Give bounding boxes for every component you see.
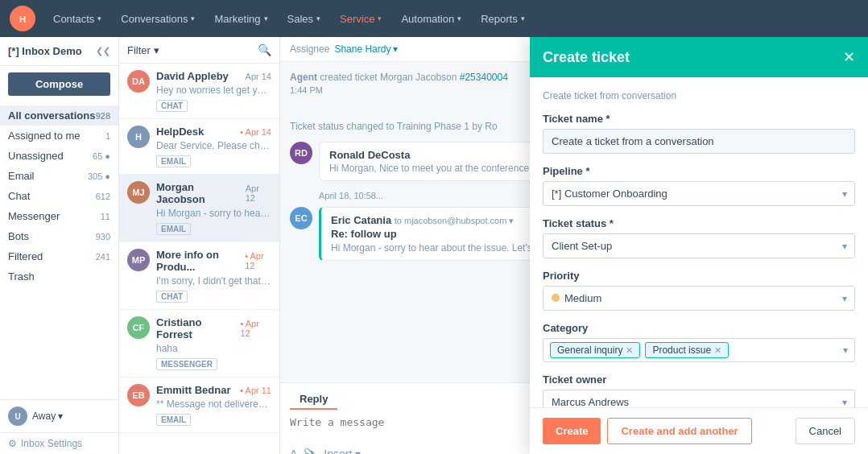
list-item[interactable]: MP More info on Produ... • Apr 12 I'm so… [119, 242, 279, 310]
nav-automation-caret: ▾ [457, 14, 461, 23]
sidebar-item-count: 1 [105, 131, 110, 141]
ticket-name-input[interactable] [543, 129, 855, 154]
sidebar-item-filtered[interactable]: Filtered 241 [0, 246, 118, 266]
cancel-button[interactable]: Cancel [796, 418, 855, 444]
filter-caret-icon: ▾ [154, 44, 159, 56]
nav-reports-caret: ▾ [521, 14, 525, 23]
category-tag: Product issue ✕ [645, 342, 729, 358]
sidebar-item-count: 928 [96, 111, 110, 121]
avatar: H [127, 126, 150, 148]
conversation-list: Filter ▾ 🔍 DA David Appleby Apr 14 Hey n… [119, 37, 280, 454]
category-tag: General inquiry ✕ [550, 342, 640, 358]
close-button[interactable]: ✕ [843, 48, 855, 66]
sidebar-item-count: 930 [96, 232, 110, 241]
sidebar-item-unassigned[interactable]: Unassigned 65 ● [0, 146, 118, 166]
inbox-settings[interactable]: ⚙ Inbox Settings [0, 432, 118, 454]
sidebar-item-label: All conversations [8, 109, 95, 122]
conv-name: Cristiano Forrest [156, 316, 240, 340]
away-status[interactable]: Away ▾ [32, 411, 63, 422]
pipeline-label: Pipeline * [543, 165, 855, 177]
sidebar-item-count: 65 ● [93, 151, 110, 161]
sidebar-item-count: 305 ● [88, 171, 110, 181]
category-label: Category [543, 322, 855, 334]
conv-name: HelpDesk [156, 126, 204, 138]
sidebar-item-trash[interactable]: Trash [0, 266, 118, 287]
nav-conversations[interactable]: Conversations ▾ [113, 10, 203, 28]
sidebar-item-label: Trash [8, 270, 35, 283]
nav-sales-caret: ▾ [316, 14, 320, 23]
conv-name: More info on Produ... [156, 249, 245, 273]
nav-marketing-caret: ▾ [264, 14, 268, 23]
sidebar-item-all-conversations[interactable]: All conversations 928 [0, 105, 118, 126]
conversation-items: DA David Appleby Apr 14 Hey no worries l… [119, 64, 279, 454]
list-item[interactable]: H HelpDesk • Apr 14 Dear Service, Please… [119, 119, 279, 175]
search-button[interactable]: 🔍 [258, 43, 271, 56]
logo[interactable]: H [10, 6, 35, 31]
category-select[interactable]: General inquiry ✕ Product issue ✕ ▾ [543, 338, 855, 362]
nav-reports[interactable]: Reports ▾ [473, 10, 533, 28]
avatar: DA [127, 70, 150, 93]
conv-preview: ** Message not delivered ** Y... [156, 398, 271, 410]
owner-select[interactable]: Marcus Andrews [543, 390, 855, 407]
list-item[interactable]: CF Cristiano Forrest • Apr 12 haha MESSE… [119, 310, 279, 378]
nav-conversations-caret: ▾ [191, 14, 195, 23]
assignee-label: Assignee [290, 43, 329, 55]
owner-label: Ticket owner [543, 374, 855, 386]
sidebar-item-assigned-to-me[interactable]: Assigned to me 1 [0, 126, 118, 146]
sidebar: [*] Inbox Demo ❮❮ Compose All conversati… [0, 37, 119, 454]
nav-marketing[interactable]: Marketing ▾ [206, 10, 275, 28]
avatar: CF [127, 316, 150, 339]
avatar: EC [290, 207, 312, 229]
conv-name: David Appleby [156, 70, 229, 82]
user-avatar: U [8, 407, 27, 426]
nav-sales[interactable]: Sales ▾ [279, 10, 329, 28]
remove-category-tag[interactable]: ✕ [714, 345, 721, 356]
nav-automation[interactable]: Automation ▾ [393, 10, 469, 28]
msg-sender: Eric Catania to mjacobson@hubspot.com ▾ [331, 214, 550, 226]
sidebar-item-chat[interactable]: Chat 612 [0, 186, 118, 206]
ticket-name-label: Ticket name * [543, 113, 855, 125]
conv-name: Emmitt Bednar [156, 384, 230, 396]
assignee-name[interactable]: Shane Hardy ▾ [334, 43, 398, 55]
create-add-another-button[interactable]: Create and add another [607, 418, 751, 444]
list-item[interactable]: MJ Morgan Jacobson Apr 12 Hi Morgan - so… [119, 175, 279, 242]
assignee-caret-icon: ▾ [393, 43, 398, 55]
priority-group: Priority Medium [543, 270, 855, 311]
pipeline-select[interactable]: [*] Customer Onboarding [543, 181, 855, 206]
attachment-icon[interactable]: 📎 [304, 448, 317, 454]
status-label: Ticket status * [543, 217, 855, 229]
nav-service[interactable]: Service ▾ [332, 10, 390, 28]
sidebar-item-label: Assigned to me [8, 130, 81, 142]
sidebar-collapse[interactable]: ❮❮ [96, 46, 110, 56]
status-select[interactable]: Client Set-up [543, 233, 855, 258]
sidebar-item-label: Unassigned [8, 150, 64, 162]
compose-button[interactable]: Compose [8, 72, 110, 96]
create-button[interactable]: Create [543, 418, 601, 444]
list-item[interactable]: DA David Appleby Apr 14 Hey no worries l… [119, 64, 279, 119]
top-nav: H Contacts ▾ Conversations ▾ Marketing ▾… [0, 0, 868, 37]
ticket-panel-title: Create ticket [543, 49, 630, 66]
text-format-icon[interactable]: A [290, 448, 297, 454]
nav-contacts[interactable]: Contacts ▾ [45, 10, 110, 28]
inbox-title: [*] Inbox Demo [8, 45, 82, 57]
remove-category-tag[interactable]: ✕ [626, 345, 633, 356]
sidebar-nav: All conversations 928 Assigned to me 1 U… [0, 102, 118, 399]
sidebar-item-messenger[interactable]: Messenger 11 [0, 206, 118, 226]
sidebar-footer: U Away ▾ [0, 399, 118, 432]
sidebar-item-label: Bots [8, 230, 29, 242]
status-group: Ticket status * Client Set-up [543, 217, 855, 258]
sidebar-item-bots[interactable]: Bots 930 [0, 226, 118, 246]
conv-preview: Hi Morgan - sorry to hear about th... [156, 208, 271, 219]
list-item[interactable]: EB Emmitt Bednar • Apr 11 ** Message not… [119, 378, 279, 433]
main-content: Assignee Shane Hardy ▾ Agent created tic… [280, 37, 868, 454]
owner-group: Ticket owner Marcus Andrews [543, 374, 855, 407]
filter-button[interactable]: Filter ▾ [127, 44, 159, 56]
sidebar-header: [*] Inbox Demo ❮❮ [0, 37, 118, 66]
reply-tab[interactable]: Reply [290, 390, 337, 410]
priority-select[interactable]: Medium [543, 286, 855, 311]
sidebar-item-email[interactable]: Email 305 ● [0, 166, 118, 186]
sidebar-item-label: Filtered [8, 250, 43, 262]
create-ticket-panel: Create ticket ✕ Create ticket from conve… [530, 37, 868, 454]
settings-icon: ⚙ [8, 438, 17, 449]
insert-button[interactable]: Insert ▾ [324, 448, 361, 454]
